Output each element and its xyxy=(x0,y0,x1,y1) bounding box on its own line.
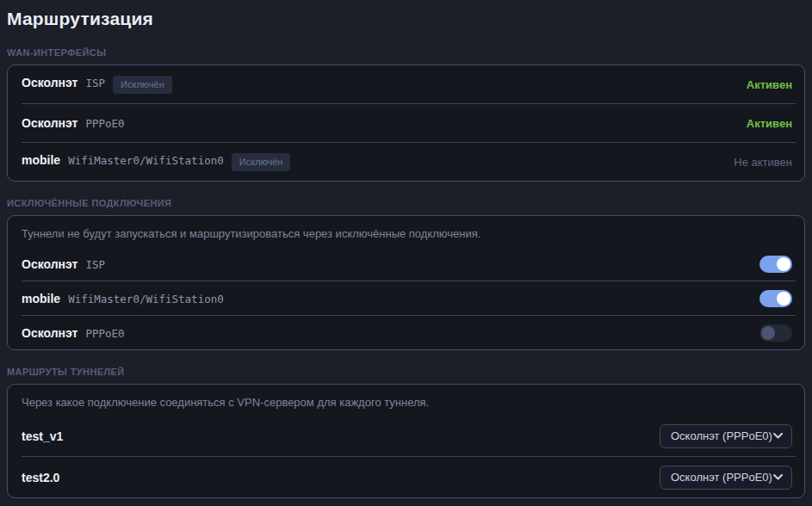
connection-interface: WifiMaster0/WifiStation0 xyxy=(68,154,224,167)
chevron-down-icon xyxy=(773,433,783,439)
excluded-badge: Исключён xyxy=(232,153,291,171)
exclude-toggle[interactable] xyxy=(759,324,792,342)
tunnel-row: test2.0 Осколнэт (PPPoE0) xyxy=(8,457,804,497)
tunnel-routes-card: Через какое подключение соединяться с VP… xyxy=(7,384,805,498)
tunnel-name: test_v1 xyxy=(22,429,63,443)
connection-name: mobile xyxy=(22,153,60,167)
section-label-wan-interfaces: WAN-ИНТЕРФЕЙСЫ xyxy=(7,46,805,59)
connection-name: Осколнэт xyxy=(22,257,77,271)
connection-name: Осколнэт xyxy=(22,116,77,130)
connection-select[interactable]: Осколнэт (PPPoE0) xyxy=(660,466,792,490)
toggle-knob xyxy=(761,326,775,340)
status-badge: Активен xyxy=(747,117,792,130)
select-value: Осколнэт (PPPoE0) xyxy=(671,429,772,442)
wan-row[interactable]: Осколнэт PPPoE0 Активен xyxy=(8,104,804,142)
tunnel-name: test2.0 xyxy=(22,471,59,484)
excluded-row[interactable]: Осколнэт ISP xyxy=(8,247,804,281)
excluded-badge: Исключён xyxy=(113,76,172,94)
exclude-toggle[interactable] xyxy=(759,290,792,307)
excluded-connections-card: Туннели не будут запускаться и маршрутиз… xyxy=(7,215,805,350)
toggle-knob xyxy=(777,257,790,271)
exclude-toggle[interactable] xyxy=(759,256,792,273)
toggle-knob xyxy=(777,292,790,305)
excluded-description: Туннели не будут запускаться и маршрутиз… xyxy=(8,216,804,247)
status-badge: Активен xyxy=(747,78,792,91)
connection-name: Осколнэт xyxy=(22,76,77,89)
tunnel-row: test_v1 Осколнэт (PPPoE0) xyxy=(8,416,804,456)
connection-interface: ISP xyxy=(85,258,105,271)
connection-select[interactable]: Осколнэт (PPPoE0) xyxy=(660,424,792,448)
status-badge: Не активен xyxy=(734,156,792,169)
wan-row[interactable]: Осколнэт ISP Исключён Активен xyxy=(8,65,804,103)
excluded-row[interactable]: Осколнэт PPPoE0 xyxy=(8,316,804,349)
tunnel-description: Через какое подключение соединяться с VP… xyxy=(8,385,804,416)
connection-interface: PPPoE0 xyxy=(85,327,124,340)
section-label-excluded-connections: ИСКЛЮЧЁННЫЕ ПОДКЛЮЧЕНИЯ xyxy=(7,197,805,209)
chevron-down-icon xyxy=(773,474,783,480)
connection-interface: PPPoE0 xyxy=(85,117,124,130)
connection-interface: ISP xyxy=(85,77,105,89)
connection-name: Осколнэт xyxy=(22,326,77,340)
wan-interfaces-card: Осколнэт ISP Исключён Активен Осколнэт P… xyxy=(7,65,805,182)
excluded-row[interactable]: mobile WifiMaster0/WifiStation0 xyxy=(8,281,804,315)
connection-interface: WifiMaster0/WifiStation0 xyxy=(68,293,224,305)
page-title: Маршрутизация xyxy=(7,7,805,31)
section-label-tunnel-routes: МАРШРУТЫ ТУННЕЛЕЙ xyxy=(7,366,805,378)
connection-name: mobile xyxy=(22,292,60,305)
wan-row[interactable]: mobile WifiMaster0/WifiStation0 Исключён… xyxy=(8,143,804,181)
select-value: Осколнэт (PPPoE0) xyxy=(671,471,772,484)
